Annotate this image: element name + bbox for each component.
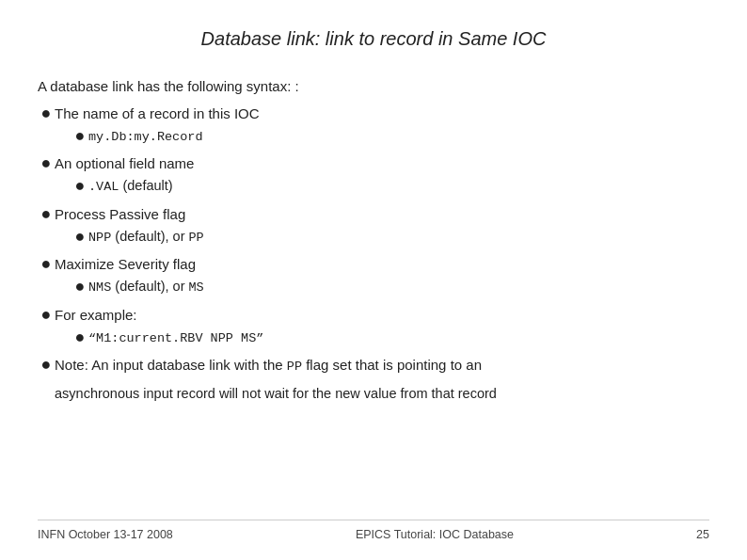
list-item-note: ● Note: An input database link with the … — [38, 355, 709, 405]
intro-text: A database link has the following syntax… — [38, 78, 709, 94]
sub-list-item: ● .VAL (default) — [72, 176, 709, 197]
bullet-icon: ● — [38, 254, 55, 275]
list-item: ● Maximize Severity flag ● NMS (default)… — [38, 254, 709, 298]
bullet-icon: ● — [38, 104, 55, 124]
bullet-icon: ● — [38, 204, 55, 225]
sub-bullet-text: NPP (default), or PP — [88, 227, 204, 248]
sub-bullet-text: .VAL (default) — [88, 176, 173, 197]
note-code: PP — [287, 360, 302, 374]
note-line2: asynchronous input record will not wait … — [55, 384, 709, 405]
sub-bullet-icon: ● — [72, 328, 88, 348]
footer-center: EPICS Tutorial: IOC Database — [356, 528, 514, 541]
code2: MS — [189, 280, 204, 295]
sub-list-item: ● NPP (default), or PP — [72, 227, 709, 248]
sub-bullet-icon: ● — [72, 277, 88, 297]
sub-list: ● NMS (default), or MS — [38, 277, 709, 299]
sub-list-item: ● “M1:current.RBV NPP MS” — [72, 328, 709, 348]
for-example-label: For example: — [55, 305, 137, 325]
for-example-code: “M1:current.RBV NPP MS” — [88, 328, 263, 348]
bullet-label: Maximize Severity flag — [55, 254, 196, 274]
code: “M1:current.RBV NPP MS” — [88, 331, 263, 345]
bullet-label: The name of a record in this IOC — [55, 104, 260, 123]
footer-right: 25 — [696, 528, 709, 541]
bullet-icon: ● — [38, 305, 55, 326]
sub-suffix: (default) — [119, 178, 172, 193]
sub-list: ● NPP (default), or PP — [38, 227, 709, 249]
sub-list: ● .VAL (default) — [38, 176, 709, 199]
sub-bullet-text: my.Db:my.Record — [88, 126, 203, 147]
bullet-row: ● For example: — [38, 305, 709, 326]
sub-list: ● “M1:current.RBV NPP MS” — [38, 328, 709, 350]
slide-title: Database link: link to record in Same IO… — [38, 28, 709, 50]
code: .VAL — [88, 180, 119, 194]
code: my.Db:my.Record — [88, 130, 203, 144]
main-list: ● The name of a record in this IOC ● my.… — [38, 104, 709, 299]
code: NMS — [88, 280, 111, 295]
footer: INFN October 13-17 2008 EPICS Tutorial: … — [38, 520, 709, 541]
sub-bullet-text: NMS (default), or MS — [88, 277, 204, 297]
sub-bullet-icon: ● — [72, 126, 88, 147]
sub-list-item: ● my.Db:my.Record — [72, 126, 709, 147]
sub-bullet-icon: ● — [72, 227, 88, 248]
footer-left: INFN October 13-17 2008 — [38, 528, 173, 541]
list-item: ● An optional field name ● .VAL (default… — [38, 153, 709, 198]
sub-list: ● my.Db:my.Record — [38, 126, 709, 149]
bullet-label: An optional field name — [55, 153, 194, 173]
bullet-row: ● Process Passive flag — [38, 204, 709, 225]
bullet-icon: ● — [38, 355, 55, 376]
content: A database link has the following syntax… — [38, 78, 709, 520]
bullet-row: ● Note: An input database link with the … — [38, 355, 709, 376]
list-item: ● The name of a record in this IOC ● my.… — [38, 104, 709, 148]
note-suffix: flag set that is pointing to an — [302, 357, 482, 373]
bullet-icon: ● — [38, 153, 55, 174]
bullet-label: Process Passive flag — [55, 204, 185, 224]
list-item: ● For example: ● “M1:current.RBV NPP MS” — [38, 305, 709, 349]
note-text: Note: An input database link with the PP… — [55, 355, 482, 376]
bullet-row: ● An optional field name — [38, 153, 709, 174]
sub-suffix: (default), or — [111, 279, 188, 294]
bullet-row: ● Maximize Severity flag — [38, 254, 709, 275]
sub-suffix: (default), or — [111, 229, 188, 244]
code2: PP — [189, 231, 204, 245]
sub-list-item: ● NMS (default), or MS — [72, 277, 709, 297]
note-prefix: Note: An input database link with the — [55, 357, 287, 373]
list-item: ● Process Passive flag ● NPP (default), … — [38, 204, 709, 248]
for-example-list: ● For example: ● “M1:current.RBV NPP MS”… — [38, 305, 709, 405]
code: NPP — [88, 231, 111, 245]
bullet-row: ● The name of a record in this IOC — [38, 104, 709, 124]
slide: Database link: link to record in Same IO… — [0, 0, 747, 560]
sub-bullet-icon: ● — [72, 176, 88, 197]
